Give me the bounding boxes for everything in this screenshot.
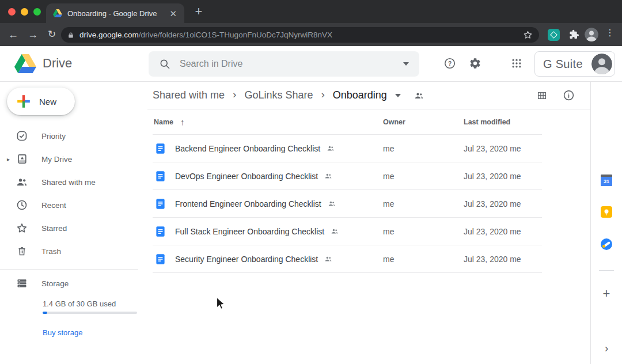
minimize-window-button[interactable] [21,8,28,16]
zoom-window-button[interactable] [33,8,41,16]
file-name: DevOps Engineer Onboarding Checklist [175,172,318,181]
new-button[interactable]: New [7,88,75,115]
table-row[interactable]: Frontend Engineer Onboarding Checklist m… [153,190,542,218]
storage-icon [16,278,28,289]
file-owner: me [383,172,464,181]
search-bar[interactable]: Search in Drive [149,51,419,77]
rail-divider [599,270,614,271]
drive-favicon [53,9,62,17]
folder-menu-caret-icon[interactable] [395,94,401,97]
file-modified: Jul 23, 2020 me [464,172,542,181]
sidebar-item-shared-with-me[interactable]: Shared with me [0,170,147,194]
google-docs-icon [155,170,166,183]
sidebar-item-storage[interactable]: Storage [0,272,147,295]
url-text: drive.google.com/drive/folders/1oiCO1S-T… [79,31,332,39]
buy-storage-link[interactable]: Buy storage [43,328,82,337]
clock-icon [16,199,28,211]
breadcrumb-golinks-share[interactable]: GoLinks Share [244,89,313,101]
add-panel-icon[interactable]: + [603,288,610,299]
browser-menu-icon[interactable]: ⋮ [605,31,613,35]
google-docs-icon [155,253,166,266]
url-domain: drive.google.com [79,31,139,39]
chevron-right-icon: › [233,88,236,101]
search-options-caret-icon[interactable] [403,62,409,66]
close-tab-icon[interactable]: ✕ [168,9,179,18]
extension-diamond-glyph [550,31,557,39]
search-icon [159,58,170,70]
file-modified: Jul 23, 2020 me [464,255,542,264]
file-name: Frontend Engineer Onboarding Checklist [175,199,321,208]
sort-ascending-icon[interactable]: ↑ [180,117,185,127]
priority-check-icon [16,130,28,142]
google-docs-icon [155,198,166,210]
storage-progress-bar [43,312,137,314]
google-calendar-icon[interactable]: 31 [601,175,612,186]
browser-tab[interactable]: Onboarding - Google Drive ✕ [46,3,184,23]
breadcrumb-shared-with-me[interactable]: Shared with me [153,89,225,101]
file-owner: me [383,255,464,264]
multicolor-plus-icon [16,94,31,109]
expand-caret-icon[interactable]: ▸ [7,156,16,162]
table-row[interactable]: Full Stack Engineer Onboarding Checklist… [153,218,542,245]
extensions-puzzle-icon[interactable] [568,29,579,40]
table-row[interactable]: Backend Engineer Onboarding Checklist me… [153,135,542,162]
file-owner: me [383,144,464,153]
account-avatar[interactable] [591,54,612,74]
sidebar-item-recent[interactable]: Recent [0,194,147,217]
drive-sidebar: New Priority ▸ My Drive Shared with me [0,82,147,364]
forward-icon[interactable]: → [25,28,40,41]
google-tasks-icon[interactable] [601,238,612,250]
file-modified: Jul 23, 2020 me [464,227,542,236]
browser-toolbar: ← → ↻ drive.google.com/drive/folders/1oi… [0,23,622,46]
sidebar-item-priority[interactable]: Priority [0,124,147,147]
column-last-modified[interactable]: Last modified [464,118,542,126]
shared-people-icon [330,227,339,235]
url-path: /drive/folders/1oiCO1S-THugonFnUoDc7JqNy… [139,31,332,39]
storage-usage-text: 1.4 GB of 30 GB used [43,299,116,308]
search-input[interactable]: Search in Drive [180,59,242,69]
table-row[interactable]: DevOps Engineer Onboarding Checklist me … [153,162,542,190]
collapse-panel-chevron-icon[interactable]: › [605,342,609,354]
folder-shared-icon [414,91,424,100]
chevron-right-icon: › [321,88,324,101]
browser-profile-avatar[interactable] [585,28,598,41]
new-button-label: New [39,97,56,107]
google-apps-grid-icon[interactable] [505,52,528,75]
info-icon[interactable] [563,89,575,101]
column-name[interactable]: Name [154,118,173,126]
new-tab-button[interactable]: + [191,5,207,20]
my-drive-icon [16,153,28,165]
table-row[interactable]: Security Engineer Onboarding Checklist m… [153,245,542,273]
address-bar[interactable]: drive.google.com/drive/folders/1oiCO1S-T… [61,27,539,43]
google-keep-icon[interactable] [601,206,612,218]
file-name: Full Stack Engineer Onboarding Checklist [175,227,324,236]
help-icon[interactable]: ? [438,52,461,75]
reload-icon[interactable]: ↻ [44,28,59,41]
drive-wordmark: Drive [43,56,72,71]
settings-gear-icon[interactable] [464,52,487,75]
file-name: Backend Engineer Onboarding Checklist [175,144,320,153]
sidebar-item-starred[interactable]: Starred [0,217,147,240]
star-icon [16,222,28,234]
gsuite-account-badge[interactable]: G Suite [534,51,615,77]
sidebar-item-trash[interactable]: Trash [0,240,147,263]
side-panel-rail: 31 + › [590,82,622,364]
file-owner: me [383,227,464,236]
file-table: Name ↑ Owner Last modified Backend Engin… [153,109,542,273]
file-name: Security Engineer Onboarding Checklist [175,255,318,264]
sidebar-divider [0,269,138,270]
breadcrumb-onboarding[interactable]: Onboarding [333,89,387,101]
gsuite-label: G Suite [543,58,583,71]
file-modified: Jul 23, 2020 me [464,144,542,153]
close-window-button[interactable] [8,8,16,16]
sidebar-item-my-drive[interactable]: ▸ My Drive [0,147,147,170]
drive-logo[interactable] [14,54,36,73]
back-icon[interactable]: ← [6,28,21,41]
shared-people-icon [324,172,333,180]
shared-people-icon [326,145,335,152]
bookmark-star-icon[interactable] [523,30,533,40]
extension-icon[interactable] [548,29,560,41]
column-owner[interactable]: Owner [383,118,464,126]
storage-progress-fill [43,312,47,314]
grid-view-icon[interactable] [536,90,548,101]
